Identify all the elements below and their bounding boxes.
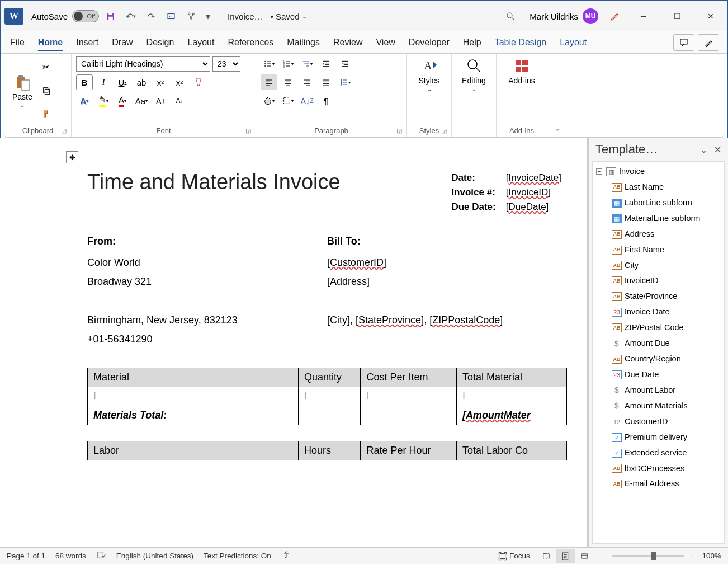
align-left-icon[interactable]: [261, 74, 277, 90]
print-layout-icon[interactable]: [556, 549, 575, 563]
user-account[interactable]: Mark Uildriks MU: [530, 8, 598, 24]
decrease-indent-icon[interactable]: [318, 56, 334, 72]
spellcheck-icon[interactable]: [96, 551, 106, 561]
undo-icon[interactable]: ↶▾: [122, 8, 139, 25]
justify-icon[interactable]: [318, 74, 334, 90]
accessibility-icon[interactable]: [281, 551, 291, 561]
tree-item[interactable]: ▦LaborLine subform: [595, 195, 723, 211]
tab-help[interactable]: Help: [462, 35, 483, 50]
search-icon[interactable]: [499, 8, 522, 25]
font-name-combo[interactable]: Calibri Light (Headings): [76, 56, 210, 72]
editing-mode-icon[interactable]: [698, 34, 719, 51]
zoom-slider[interactable]: [612, 555, 684, 557]
tree-item[interactable]: ABCountry/Region: [595, 351, 723, 367]
tree-item[interactable]: ✓Extended service: [595, 445, 723, 461]
tree-root[interactable]: − ▥ Invoice: [595, 164, 723, 180]
tree-item[interactable]: ABAddress: [595, 227, 723, 242]
tab-home[interactable]: Home: [37, 35, 64, 50]
multilevel-icon[interactable]: ▾: [299, 56, 315, 72]
redo-icon[interactable]: ↷: [143, 8, 159, 25]
autosave-toggle[interactable]: Off: [72, 10, 99, 22]
clear-format-icon[interactable]: [190, 74, 207, 90]
tab-view[interactable]: View: [375, 35, 396, 50]
tree-item[interactable]: ABCity: [595, 258, 723, 274]
qat-icon-1[interactable]: [163, 8, 179, 25]
tree-item[interactable]: ABInvoiceID: [595, 273, 723, 289]
font-size-combo[interactable]: 23: [212, 56, 240, 72]
read-mode-icon[interactable]: [537, 549, 556, 563]
tree-item[interactable]: ABZIP/Postal Code: [595, 320, 723, 336]
comments-icon[interactable]: [673, 34, 694, 51]
font-color-icon[interactable]: A▾: [114, 93, 131, 109]
clipboard-launcher-icon[interactable]: ◲: [61, 127, 67, 134]
tree-item[interactable]: ✓Premium delivery: [595, 430, 723, 445]
bold-button[interactable]: B: [76, 74, 93, 90]
tab-file[interactable]: File: [9, 35, 26, 50]
save-icon[interactable]: [102, 8, 119, 25]
show-marks-icon[interactable]: ¶: [318, 93, 334, 109]
grow-font-icon[interactable]: A↑: [152, 93, 169, 109]
minimize-button[interactable]: ─: [631, 7, 656, 26]
save-status[interactable]: • Saved ⌄: [271, 12, 307, 21]
cut-icon[interactable]: ✂: [38, 59, 55, 75]
styles-button[interactable]: A Styles⌄: [412, 56, 447, 93]
superscript-button[interactable]: x2: [171, 74, 188, 90]
tab-insert[interactable]: Insert: [75, 35, 100, 50]
pane-close-icon[interactable]: ✕: [714, 144, 721, 155]
tree-item[interactable]: ▦MaterialLine subform: [595, 211, 723, 227]
tab-mailings[interactable]: Mailings: [286, 35, 321, 50]
tree-item[interactable]: ABE-mail Address: [595, 476, 723, 492]
zoom-level[interactable]: 100%: [702, 552, 721, 560]
sort-icon[interactable]: A↓Z: [299, 93, 315, 109]
tab-review[interactable]: Review: [332, 35, 363, 50]
focus-mode[interactable]: Focus: [498, 552, 530, 561]
document-name[interactable]: Invoice…: [228, 12, 263, 21]
tree-item[interactable]: 23Due Date: [595, 367, 723, 383]
tab-draw[interactable]: Draw: [111, 35, 134, 50]
copy-icon[interactable]: [38, 83, 55, 98]
fields-tree[interactable]: − ▥ Invoice ABLast Name▦LaborLine subfor…: [592, 161, 725, 544]
table-move-handle-icon[interactable]: ✥: [66, 151, 78, 163]
collapse-icon[interactable]: −: [596, 168, 602, 175]
status-page[interactable]: Page 1 of 1: [7, 552, 45, 560]
highlight-icon[interactable]: ✎▾: [95, 93, 112, 109]
tree-item[interactable]: ABlbxDCProcesses: [595, 461, 723, 477]
paste-button[interactable]: Paste ⌄: [9, 56, 36, 125]
status-language[interactable]: English (United States): [116, 552, 193, 560]
document-canvas[interactable]: ✥ Time and Materials Invoice Date:[Invoi…: [0, 138, 588, 547]
tree-item[interactable]: $Amount Due: [595, 336, 723, 351]
borders-icon[interactable]: ▾: [280, 93, 296, 109]
addins-button[interactable]: Add-ins: [501, 56, 542, 86]
zoom-in-icon[interactable]: +: [691, 552, 696, 560]
tree-item[interactable]: ABFirst Name: [595, 242, 723, 258]
bullets-icon[interactable]: ▾: [261, 56, 277, 72]
shading-icon[interactable]: ▾: [261, 93, 277, 109]
tab-table-design[interactable]: Table Design: [494, 35, 548, 50]
qat-icon-2[interactable]: [183, 8, 200, 25]
editing-button[interactable]: Editing⌄: [456, 56, 491, 93]
tab-developer[interactable]: Developer: [408, 35, 451, 50]
tab-references[interactable]: References: [226, 35, 275, 50]
pane-dropdown-icon[interactable]: ⌄: [700, 144, 707, 155]
tree-item[interactable]: $Amount Labor: [595, 383, 723, 398]
line-spacing-icon[interactable]: ▾: [337, 74, 353, 90]
maximize-button[interactable]: ☐: [664, 7, 690, 26]
strikethrough-button[interactable]: ab: [133, 74, 150, 90]
format-painter-icon[interactable]: [38, 106, 55, 122]
status-predictions[interactable]: Text Predictions: On: [204, 552, 271, 560]
autosave-control[interactable]: AutoSave Off: [31, 10, 99, 22]
web-layout-icon[interactable]: [575, 549, 594, 563]
tree-item[interactable]: 23Invoice Date: [595, 304, 723, 320]
align-right-icon[interactable]: [299, 74, 315, 90]
tree-item[interactable]: $Amount Materials: [595, 398, 723, 414]
numbering-icon[interactable]: 123▾: [280, 56, 296, 72]
tab-layout[interactable]: Layout: [186, 35, 215, 50]
align-center-icon[interactable]: [280, 74, 296, 90]
tree-item[interactable]: 12CustomerID: [595, 414, 723, 430]
paragraph-launcher-icon[interactable]: ◲: [396, 127, 402, 134]
qat-overflow-icon[interactable]: ▾: [203, 8, 213, 25]
change-case-icon[interactable]: Aa▾: [133, 93, 150, 109]
tab-table-layout[interactable]: Layout: [559, 35, 588, 50]
pen-icon[interactable]: [606, 8, 623, 25]
text-effects-icon[interactable]: A▾: [76, 93, 93, 109]
